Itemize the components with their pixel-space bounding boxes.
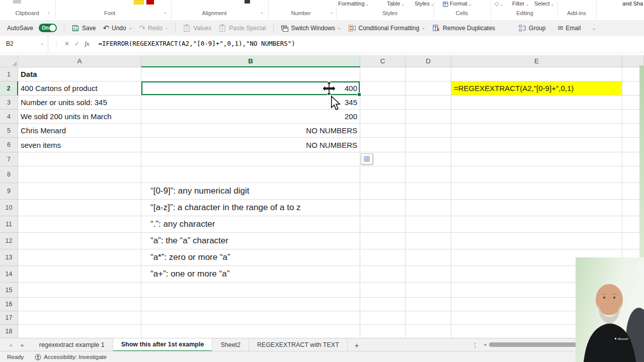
- col-header-C[interactable]: C: [360, 55, 406, 67]
- row-header-3[interactable]: 3: [0, 96, 18, 110]
- cell-C14[interactable]: [360, 266, 406, 283]
- enter-icon[interactable]: ✓: [74, 40, 79, 47]
- cell-E5[interactable]: [451, 124, 622, 138]
- cell-C10[interactable]: [360, 200, 406, 216]
- filter-button[interactable]: Filter⌄: [512, 1, 529, 7]
- tab-options-icon[interactable]: ⋮: [472, 338, 478, 351]
- cell-A2[interactable]: 400 Cartons of product: [18, 81, 141, 96]
- dialog-launcher-icon[interactable]: ⌄: [47, 10, 51, 15]
- cell-D4[interactable]: [406, 110, 451, 124]
- insert-function-icon[interactable]: fx: [85, 40, 89, 48]
- cell-C18[interactable]: [360, 325, 406, 338]
- cell-E4[interactable]: [451, 110, 622, 124]
- cell-C12[interactable]: [360, 233, 406, 249]
- cell-B5[interactable]: NO NUMBERS: [141, 124, 360, 138]
- cell-E3[interactable]: [451, 96, 622, 110]
- cell-C6[interactable]: [360, 138, 406, 152]
- cell-D9[interactable]: [406, 183, 451, 200]
- select-all-corner[interactable]: [0, 55, 18, 67]
- cell-D2[interactable]: [406, 81, 451, 96]
- cell-E7[interactable]: [451, 152, 622, 166]
- cell-D8[interactable]: [406, 166, 451, 183]
- cell-E10[interactable]: [451, 200, 622, 216]
- cell-B17[interactable]: [141, 311, 360, 325]
- cell-D14[interactable]: [406, 266, 451, 283]
- redo-button[interactable]: ↷ Redo⌄: [139, 24, 168, 32]
- cell-A3[interactable]: Number or units sold: 345: [18, 96, 141, 110]
- sheet-tab-show-this-after-1st-example[interactable]: Show this after 1st example: [113, 338, 213, 351]
- cell-D16[interactable]: [406, 298, 451, 311]
- row-header-9[interactable]: 9: [0, 183, 18, 200]
- cell-D3[interactable]: [406, 96, 451, 110]
- cell-B1[interactable]: [141, 67, 360, 81]
- cell-B7[interactable]: [141, 152, 360, 166]
- row-header-17[interactable]: 17: [0, 311, 18, 325]
- cell-D13[interactable]: [406, 249, 451, 266]
- row-header-12[interactable]: 12: [0, 233, 18, 249]
- dialog-launcher-icon[interactable]: ⌄: [260, 10, 264, 15]
- cell-C5[interactable]: [360, 124, 406, 138]
- cell-E12[interactable]: [451, 233, 622, 249]
- col-header-D[interactable]: D: [406, 55, 451, 67]
- sheet-tab-regexextract-with-text[interactable]: REGEXEXTRACT with TEXT: [249, 338, 348, 351]
- merge-icon[interactable]: [245, 0, 250, 4]
- row-header-5[interactable]: 5: [0, 124, 18, 138]
- cell-D12[interactable]: [406, 233, 451, 249]
- cell-B6[interactable]: NO NUMBERS: [141, 138, 360, 152]
- dialog-launcher-icon[interactable]: ⌄: [330, 10, 334, 15]
- row-header-10[interactable]: 10: [0, 200, 18, 216]
- tabs-scroll-right-icon[interactable]: ►: [20, 342, 25, 348]
- toolbar-overflow-chevron-icon[interactable]: ⌄: [592, 26, 596, 31]
- cell-E8[interactable]: [451, 166, 622, 183]
- new-sheet-button[interactable]: +: [348, 338, 366, 351]
- format-as-table-button[interactable]: Table⌄: [387, 1, 405, 7]
- paste-special-button[interactable]: Paste Special: [218, 24, 266, 32]
- email-button[interactable]: ✉ Email: [557, 25, 581, 32]
- cell-C8[interactable]: [360, 166, 406, 183]
- sheet-tab-sheet2[interactable]: Sheet2: [212, 338, 249, 351]
- formula-input[interactable]: =IFERROR(REGEXEXTRACT(A2,"[0-9]+",0,1),"…: [99, 40, 295, 47]
- cell-B14[interactable]: “a+”: one or more “a”: [141, 266, 360, 283]
- cell-A6[interactable]: seven items: [18, 138, 141, 152]
- tabs-scroll-left-icon[interactable]: ◄: [8, 342, 13, 348]
- cell-E2[interactable]: =REGEXEXTRACT(A2,"[0-9]+",0,1): [451, 81, 622, 96]
- cell-A17[interactable]: [18, 311, 141, 325]
- cell-A10[interactable]: [18, 200, 141, 216]
- cell-D11[interactable]: [406, 216, 451, 233]
- cell-C3[interactable]: [360, 96, 406, 110]
- cell-B10[interactable]: “[a-z]”: a character in the range of a t…: [141, 200, 360, 216]
- cell-C1[interactable]: [360, 67, 406, 81]
- fill-handle[interactable]: [357, 93, 361, 97]
- row-header-2[interactable]: 2: [0, 81, 18, 96]
- row-header-8[interactable]: 8: [0, 166, 18, 183]
- sheet-tab-regexextract-example-1[interactable]: regexextract example 1: [31, 338, 113, 351]
- cell-C13[interactable]: [360, 249, 406, 266]
- col-header-A[interactable]: A: [18, 55, 141, 67]
- cell-D1[interactable]: [406, 67, 451, 81]
- save-button[interactable]: Save: [71, 24, 96, 32]
- hscroll-left-icon[interactable]: ◄: [483, 342, 487, 347]
- cell-D18[interactable]: [406, 325, 451, 338]
- cell-C16[interactable]: [360, 298, 406, 311]
- row-header-14[interactable]: 14: [0, 266, 18, 283]
- remove-duplicates-button[interactable]: Remove Duplicates: [432, 24, 495, 32]
- cell-E9[interactable]: [451, 183, 622, 200]
- cell-B15[interactable]: [141, 283, 360, 298]
- cell-B13[interactable]: “a*”: zero or more “a”: [141, 249, 360, 266]
- undo-button[interactable]: ↶ Undo⌄: [103, 24, 132, 32]
- cell-E1[interactable]: [451, 67, 622, 81]
- col-header-B[interactable]: B: [141, 55, 360, 67]
- cell-A12[interactable]: [18, 233, 141, 249]
- cell-B16[interactable]: [141, 298, 360, 311]
- row-header-13[interactable]: 13: [0, 249, 18, 266]
- cell-styles-button[interactable]: Styles⌄: [415, 1, 434, 7]
- cell-C2[interactable]: [360, 81, 406, 96]
- cell-C15[interactable]: [360, 283, 406, 298]
- cell-A15[interactable]: [18, 283, 141, 298]
- conditional-formatting-button[interactable]: Formatting⌄: [338, 1, 369, 7]
- row-header-16[interactable]: 16: [0, 298, 18, 311]
- cell-D7[interactable]: [406, 152, 451, 166]
- row-header-4[interactable]: 4: [0, 110, 18, 124]
- accessibility-status[interactable]: Accessibility: Investigate: [35, 354, 107, 360]
- cell-C9[interactable]: [360, 183, 406, 200]
